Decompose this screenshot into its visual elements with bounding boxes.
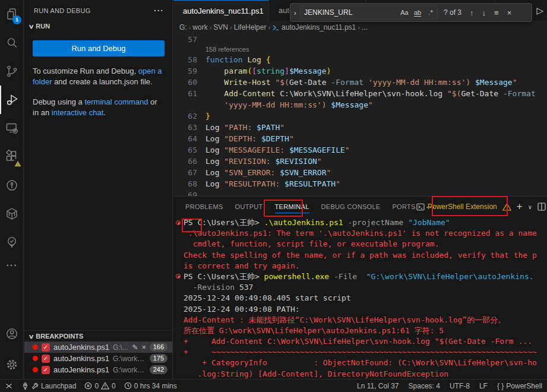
breakpoint-checkbox[interactable]: ✓ (42, 343, 50, 352)
extensions-icon[interactable] (0, 143, 24, 171)
code-line[interactable]: 68Log "RESULTPATH: $RESULTPATH" (173, 178, 547, 189)
tab-problems[interactable]: PROBLEMS (185, 201, 223, 213)
split-terminal-icon[interactable] (537, 203, 546, 211)
line-number: 64 (173, 133, 197, 144)
language-mode-status[interactable]: { } PowerShell (497, 382, 542, 390)
tab-autojenkins-nuc11[interactable]: autoJenkins_nuc11.ps1 × (173, 0, 269, 21)
regex-icon[interactable]: .* (424, 9, 437, 16)
codelens-references[interactable]: 158 references (173, 45, 547, 54)
chevron-right-icon: › (230, 24, 232, 31)
encoding-status[interactable]: UTF-8 (450, 382, 470, 390)
run-file-icon[interactable]: ▷ (536, 5, 543, 16)
find-next-icon[interactable]: ↓ (482, 8, 486, 17)
run-and-debug-button[interactable]: Run and Debug (33, 40, 165, 56)
chevron-down-icon: ∨ (29, 23, 34, 30)
code-line[interactable]: 59 param([string]$Message) (173, 65, 547, 77)
breakpoint-line-badge: 175 (150, 354, 167, 363)
chevron-right-icon: › (210, 24, 212, 31)
remote-explorer-icon[interactable] (0, 114, 24, 143)
code-line[interactable]: 60 Write-Host "$(Get-Date -Format 'yyyy-… (173, 77, 547, 88)
breadcrumb-item[interactable]: G: (179, 23, 187, 31)
code-editor[interactable]: 57158 references58function Log {59 param… (173, 34, 547, 196)
code-line[interactable]: 63Log "PATH: $PATH" (173, 122, 547, 133)
active-terminal-selector[interactable]: PowerShell Extension (416, 203, 497, 211)
code-line[interactable]: 62} (173, 110, 547, 122)
breakpoint-row[interactable]: ✓ autoJenkins.ps1 G:\work\SV... 242 (24, 364, 172, 375)
extensions-warning-badge (13, 159, 23, 168)
code-text: Log "DEPTH: $DEPTH" (197, 133, 294, 144)
code-line[interactable]: 58function Log { (173, 54, 547, 65)
testing-icon[interactable] (0, 228, 24, 257)
terminal-line: + CategoryInfo : ObjectNotFound: (C:\Wor… (173, 358, 547, 368)
breadcrumb-item[interactable]: ... (362, 23, 368, 31)
tab-ports[interactable]: PORTS (392, 201, 415, 213)
code-line[interactable]: 67Log "SVN_ERROR: $SVN_ERROR" (173, 167, 547, 178)
line-number: 66 (173, 156, 197, 167)
command-failed-decoration-icon[interactable] (176, 220, 181, 225)
eol-status[interactable]: LF (479, 382, 488, 390)
tab-debug-console[interactable]: DEBUG CONSOLE (321, 201, 381, 213)
commit-icon[interactable] (0, 171, 24, 200)
line-number: 58 (173, 54, 197, 65)
breadcrumb-item[interactable]: work (192, 23, 207, 31)
remove-breakpoint-icon[interactable]: × (142, 343, 146, 352)
tab-terminal[interactable]: TERMINAL (275, 201, 309, 213)
source-control-icon[interactable] (0, 57, 24, 86)
explorer-badge: 1 (12, 15, 21, 24)
code-line[interactable]: 69 (173, 189, 547, 196)
containers-icon[interactable] (0, 200, 24, 228)
breakpoint-dot-icon (33, 344, 38, 350)
breakpoint-checkbox[interactable]: ✓ (42, 366, 50, 374)
indentation-status[interactable]: Spaces: 4 (409, 382, 440, 390)
tab-output[interactable]: OUTPUT (235, 201, 263, 213)
problems-status-item[interactable]: 0 0 (84, 382, 115, 390)
remote-indicator-icon[interactable] (5, 382, 13, 390)
breakpoint-row[interactable]: ✓ autoJenkins.ps1 G:\work\SV... 175 (24, 353, 172, 364)
more-views-icon[interactable]: ··· (0, 257, 24, 274)
find-query-text[interactable]: JENKINS_URL (301, 8, 398, 17)
edit-breakpoint-icon[interactable]: ✎ (132, 343, 138, 352)
code-line[interactable]: 'yyyy-MM-dd HH:mm:ss') $Message" (173, 99, 547, 110)
code-line[interactable]: 57 (173, 34, 547, 45)
whole-word-icon[interactable]: ab (411, 9, 424, 16)
new-terminal-icon[interactable]: + (517, 201, 523, 213)
close-find-icon[interactable]: × (507, 8, 512, 17)
code-line[interactable]: 64Log "DEPTH: $DEPTH" (173, 133, 547, 144)
terminal-output[interactable]: PS C:\Users\王帅> .\autoJenkins.ps1 -proje… (173, 217, 547, 380)
sidebar-more-actions[interactable]: ··· (154, 6, 164, 15)
time-tracker-status-item[interactable]: 0 hrs 34 mins (124, 382, 177, 390)
launchpad-status-item[interactable]: Launchpad (21, 382, 76, 390)
terminal-line: .log:String) [Add-Content], DirectoryNot… (173, 369, 547, 380)
breadcrumb-item[interactable]: SVN (213, 23, 228, 31)
chevron-right-icon: › (189, 24, 191, 31)
toggle-replace-icon[interactable]: › (290, 8, 300, 17)
code-line[interactable]: 66Log "REVISION: $REVISION" (173, 156, 547, 167)
run-and-debug-icon[interactable] (0, 86, 24, 114)
interactive-chat-link[interactable]: interactive chat (52, 108, 103, 117)
code-text: Write-Host "$(Get-Date -Format 'yyyy-MM-… (197, 77, 517, 88)
cursor-position-status[interactable]: Ln 11, Col 37 (357, 382, 399, 390)
match-case-icon[interactable]: Aa (398, 9, 411, 16)
command-failed-decoration-icon[interactable] (176, 274, 181, 279)
find-input[interactable]: JENKINS_URL Aa ab .* (300, 5, 438, 20)
breakpoint-row[interactable]: ✓ autoJenkins.ps1 G:\... ✎ × 166 (24, 342, 172, 353)
code-line[interactable]: 65Log "MESSAGEFILE: $MESSAGEFILE" (173, 144, 547, 156)
breadcrumb-item[interactable]: LifeHelper (234, 23, 267, 31)
terminal-dropdown-icon[interactable]: ∨ (528, 204, 532, 210)
accounts-icon[interactable] (0, 320, 24, 348)
breadcrumb-item[interactable]: autoJenkins_nuc11.ps1 (282, 23, 356, 31)
search-icon[interactable] (0, 29, 24, 57)
errors-icon (84, 382, 92, 390)
terminal-line: is correct and try again. (173, 261, 547, 271)
find-in-selection-icon[interactable]: ≡ (494, 8, 499, 17)
code-line[interactable]: 61 Add-Content C:\Work\SVN\LifeHelper\sv… (173, 88, 547, 99)
breakpoint-checkbox[interactable]: ✓ (42, 355, 50, 363)
terminal-command-link[interactable]: terminal command (84, 97, 148, 106)
breakpoints-header[interactable]: ∨ BREAKPOINTS (24, 331, 172, 342)
settings-gear-icon[interactable] (0, 350, 24, 379)
find-previous-icon[interactable]: ↑ (470, 8, 474, 17)
find-widget: › JENKINS_URL Aa ab .* ? of 3 ↑ ↓ ≡ × (290, 3, 532, 22)
explorer-icon[interactable]: 1 (0, 0, 24, 29)
run-section-header[interactable]: ∨ RUN (24, 20, 172, 32)
code-text: Log "REVISION: $REVISION" (197, 156, 322, 167)
